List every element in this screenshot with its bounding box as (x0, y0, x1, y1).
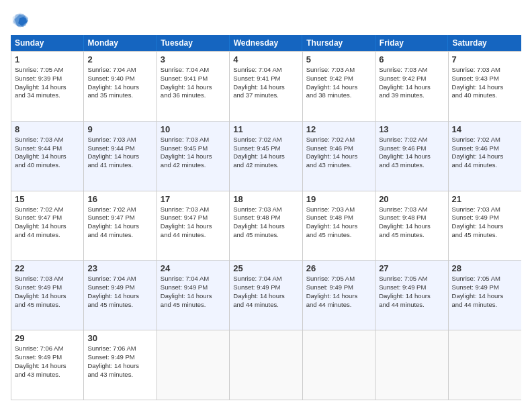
day-cell-10: 10Sunrise: 7:03 AMSunset: 9:45 PMDayligh… (157, 122, 230, 191)
cell-info: Sunrise: 7:04 AMSunset: 9:41 PMDaylight:… (233, 66, 298, 100)
day-cell-29: 29Sunrise: 7:06 AMSunset: 9:49 PMDayligh… (11, 330, 84, 400)
cell-info: Sunrise: 7:05 AMSunset: 9:49 PMDaylight:… (306, 275, 371, 309)
day-number: 6 (379, 54, 444, 64)
day-cell-9: 9Sunrise: 7:03 AMSunset: 9:44 PMDaylight… (84, 122, 157, 191)
cell-info: Sunrise: 7:03 AMSunset: 9:43 PMDaylight:… (452, 66, 518, 100)
day-number: 3 (161, 54, 226, 64)
cell-info: Sunrise: 7:03 AMSunset: 9:44 PMDaylight:… (87, 136, 152, 170)
day-cell-25: 25Sunrise: 7:04 AMSunset: 9:49 PMDayligh… (230, 261, 302, 330)
cell-info: Sunrise: 7:03 AMSunset: 9:45 PMDaylight:… (161, 136, 226, 170)
day-number: 11 (233, 124, 298, 134)
day-cell-14: 14Sunrise: 7:02 AMSunset: 9:46 PMDayligh… (449, 122, 521, 191)
day-cell-28: 28Sunrise: 7:05 AMSunset: 9:49 PMDayligh… (449, 261, 521, 330)
day-cell-5: 5Sunrise: 7:03 AMSunset: 9:42 PMDaylight… (303, 52, 375, 121)
day-cell-6: 6Sunrise: 7:03 AMSunset: 9:42 PMDaylight… (375, 52, 448, 121)
cell-info: Sunrise: 7:05 AMSunset: 9:49 PMDaylight:… (452, 275, 518, 309)
page: SundayMondayTuesdayWednesdayThursdayFrid… (0, 0, 532, 411)
day-number: 1 (15, 54, 80, 64)
day-number: 21 (452, 194, 518, 204)
header-cell-sunday: Sunday (11, 35, 84, 51)
day-cell-21: 21Sunrise: 7:03 AMSunset: 9:49 PMDayligh… (449, 191, 521, 261)
cell-info: Sunrise: 7:04 AMSunset: 9:40 PMDaylight:… (87, 66, 152, 100)
header-cell-tuesday: Tuesday (157, 35, 230, 51)
day-cell-13: 13Sunrise: 7:02 AMSunset: 9:46 PMDayligh… (375, 122, 448, 191)
header (11, 11, 521, 30)
day-number: 27 (379, 263, 444, 273)
day-number: 22 (15, 263, 80, 273)
day-number: 8 (15, 124, 80, 134)
day-cell-15: 15Sunrise: 7:02 AMSunset: 9:47 PMDayligh… (11, 191, 84, 261)
header-cell-thursday: Thursday (302, 35, 375, 51)
cell-info: Sunrise: 7:03 AMSunset: 9:48 PMDaylight:… (306, 205, 371, 240)
day-number: 28 (452, 263, 518, 273)
day-cell-2: 2Sunrise: 7:04 AMSunset: 9:40 PMDaylight… (84, 52, 157, 121)
day-cell-26: 26Sunrise: 7:05 AMSunset: 9:49 PMDayligh… (303, 261, 375, 330)
cell-info: Sunrise: 7:04 AMSunset: 9:49 PMDaylight:… (233, 275, 298, 309)
cal-row-4: 22Sunrise: 7:03 AMSunset: 9:49 PMDayligh… (11, 260, 521, 330)
header-cell-friday: Friday (375, 35, 449, 51)
empty-cell (375, 330, 448, 400)
cell-info: Sunrise: 7:03 AMSunset: 9:42 PMDaylight:… (379, 66, 444, 100)
cal-row-2: 8Sunrise: 7:03 AMSunset: 9:44 PMDaylight… (11, 121, 521, 191)
day-cell-7: 7Sunrise: 7:03 AMSunset: 9:43 PMDaylight… (449, 52, 521, 121)
day-number: 2 (87, 54, 152, 64)
day-number: 26 (306, 263, 371, 273)
cell-info: Sunrise: 7:02 AMSunset: 9:46 PMDaylight:… (306, 136, 371, 170)
day-number: 12 (306, 124, 371, 134)
cal-row-5: 29Sunrise: 7:06 AMSunset: 9:49 PMDayligh… (11, 330, 521, 400)
day-number: 25 (233, 263, 298, 273)
cell-info: Sunrise: 7:03 AMSunset: 9:49 PMDaylight:… (15, 275, 80, 309)
calendar-body: 1Sunrise: 7:05 AMSunset: 9:39 PMDaylight… (11, 51, 521, 400)
cell-info: Sunrise: 7:06 AMSunset: 9:49 PMDaylight:… (87, 345, 152, 379)
day-number: 7 (452, 54, 518, 64)
day-cell-1: 1Sunrise: 7:05 AMSunset: 9:39 PMDaylight… (11, 52, 84, 121)
day-number: 24 (161, 263, 226, 273)
cell-info: Sunrise: 7:03 AMSunset: 9:48 PMDaylight:… (233, 205, 298, 240)
cell-info: Sunrise: 7:03 AMSunset: 9:49 PMDaylight:… (452, 205, 518, 240)
header-cell-saturday: Saturday (448, 35, 521, 51)
cell-info: Sunrise: 7:02 AMSunset: 9:47 PMDaylight:… (87, 205, 152, 240)
day-number: 19 (306, 194, 371, 204)
day-cell-3: 3Sunrise: 7:04 AMSunset: 9:41 PMDaylight… (157, 52, 230, 121)
day-number: 23 (87, 263, 152, 273)
day-cell-19: 19Sunrise: 7:03 AMSunset: 9:48 PMDayligh… (303, 191, 375, 261)
cell-info: Sunrise: 7:02 AMSunset: 9:46 PMDaylight:… (452, 136, 518, 170)
cell-info: Sunrise: 7:04 AMSunset: 9:49 PMDaylight:… (161, 275, 226, 309)
empty-cell (157, 330, 230, 400)
day-cell-17: 17Sunrise: 7:03 AMSunset: 9:47 PMDayligh… (157, 191, 230, 261)
cell-info: Sunrise: 7:06 AMSunset: 9:49 PMDaylight:… (15, 345, 80, 379)
calendar-header: SundayMondayTuesdayWednesdayThursdayFrid… (11, 35, 521, 51)
cell-info: Sunrise: 7:05 AMSunset: 9:39 PMDaylight:… (15, 66, 80, 100)
cal-row-3: 15Sunrise: 7:02 AMSunset: 9:47 PMDayligh… (11, 191, 521, 261)
cell-info: Sunrise: 7:02 AMSunset: 9:45 PMDaylight:… (233, 136, 298, 170)
day-number: 29 (15, 333, 80, 343)
cell-info: Sunrise: 7:03 AMSunset: 9:44 PMDaylight:… (15, 136, 80, 170)
day-number: 16 (87, 194, 152, 204)
day-number: 5 (306, 54, 371, 64)
day-cell-23: 23Sunrise: 7:04 AMSunset: 9:49 PMDayligh… (84, 261, 157, 330)
empty-cell (449, 330, 521, 400)
day-cell-20: 20Sunrise: 7:03 AMSunset: 9:48 PMDayligh… (375, 191, 448, 261)
day-cell-27: 27Sunrise: 7:05 AMSunset: 9:49 PMDayligh… (375, 261, 448, 330)
cell-info: Sunrise: 7:04 AMSunset: 9:41 PMDaylight:… (161, 66, 226, 100)
day-number: 13 (379, 124, 444, 134)
cal-row-1: 1Sunrise: 7:05 AMSunset: 9:39 PMDaylight… (11, 51, 521, 121)
day-cell-8: 8Sunrise: 7:03 AMSunset: 9:44 PMDaylight… (11, 122, 84, 191)
day-number: 30 (87, 333, 152, 343)
empty-cell (230, 330, 302, 400)
day-number: 15 (15, 194, 80, 204)
cell-info: Sunrise: 7:03 AMSunset: 9:42 PMDaylight:… (306, 66, 371, 100)
day-cell-30: 30Sunrise: 7:06 AMSunset: 9:49 PMDayligh… (84, 330, 157, 400)
day-number: 18 (233, 194, 298, 204)
empty-cell (303, 330, 375, 400)
day-cell-18: 18Sunrise: 7:03 AMSunset: 9:48 PMDayligh… (230, 191, 302, 261)
logo-icon (11, 11, 30, 30)
day-cell-16: 16Sunrise: 7:02 AMSunset: 9:47 PMDayligh… (84, 191, 157, 261)
cell-info: Sunrise: 7:04 AMSunset: 9:49 PMDaylight:… (87, 275, 152, 309)
logo (11, 11, 32, 30)
day-cell-24: 24Sunrise: 7:04 AMSunset: 9:49 PMDayligh… (157, 261, 230, 330)
day-number: 9 (87, 124, 152, 134)
cell-info: Sunrise: 7:03 AMSunset: 9:48 PMDaylight:… (379, 205, 444, 240)
day-cell-22: 22Sunrise: 7:03 AMSunset: 9:49 PMDayligh… (11, 261, 84, 330)
header-cell-monday: Monday (84, 35, 157, 51)
